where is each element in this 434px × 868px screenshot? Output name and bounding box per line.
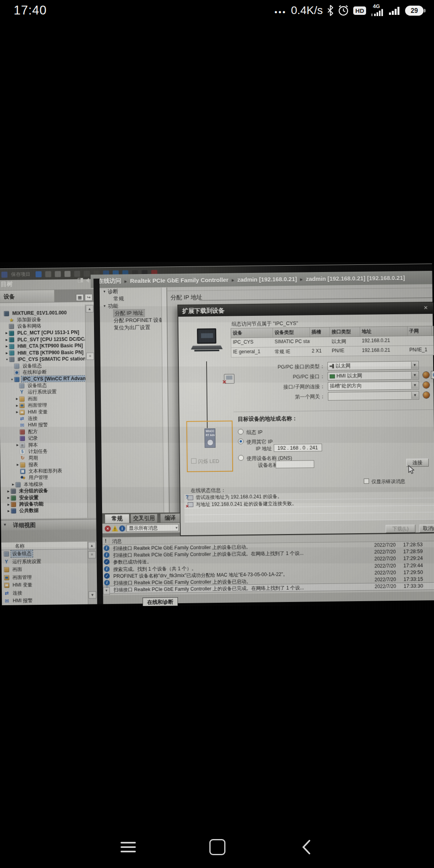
inspector-tab-general[interactable]: 常规	[104, 514, 129, 524]
expand-arrow-icon[interactable]: ▶	[6, 490, 11, 493]
detail-view-item[interactable]: 运行系统设置	[1, 557, 87, 566]
chevron-down-icon[interactable]: ▼	[411, 372, 418, 379]
close-icon[interactable]: ×	[421, 304, 430, 312]
detail-view-collapse-icon[interactable]: ▾	[4, 522, 6, 527]
expand-arrow-icon[interactable]: ▶	[6, 503, 11, 506]
shield-icon[interactable]	[423, 372, 429, 378]
diag-nav-item[interactable]: 分配 PROFINET 设备名称	[100, 317, 162, 325]
info-filter-icon[interactable]: i	[119, 525, 125, 531]
radio-configured-ip[interactable]	[238, 429, 244, 434]
delete-icon[interactable]	[74, 270, 80, 276]
radio-other-ip[interactable]	[238, 438, 244, 444]
ip-address-input[interactable]: 192 . 168 . 0 . 241	[274, 444, 322, 452]
errors-only-checkbox[interactable]	[364, 479, 369, 484]
recents-menu-icon[interactable]	[121, 839, 136, 855]
breadcrumb-item[interactable]: zadmin [192.168.0.21]	[237, 276, 297, 283]
detail-view-item[interactable]: 画面管理	[2, 573, 88, 581]
expand-arrow-icon[interactable]: ▼	[103, 288, 108, 295]
breadcrumb-item[interactable]: 在线访问	[98, 277, 121, 285]
scroll-down-icon[interactable]: ▼	[88, 591, 96, 598]
scroll-handle[interactable]: ≡	[86, 352, 94, 360]
collapse-left-icon[interactable]	[86, 278, 89, 283]
expand-arrow-icon[interactable]: ▶	[4, 332, 9, 335]
expand-arrow-icon[interactable]: ▶	[15, 397, 19, 401]
tree-item[interactable]: ▶公共数据	[1, 507, 87, 514]
inspector-tab-compile[interactable]: 编译	[160, 513, 180, 523]
diag-nav-item[interactable]: ▼诊断	[100, 288, 161, 296]
detail-view-item[interactable]: HMI 报警	[2, 596, 88, 605]
detail-view-item[interactable]: 连接	[2, 588, 88, 597]
expand-arrow-icon[interactable]: ▶	[16, 463, 20, 467]
save-icon[interactable]	[1, 271, 7, 277]
shield-icon[interactable]	[423, 382, 430, 388]
expand-arrow-icon[interactable]: ▶	[6, 496, 11, 500]
interface-properties-icon[interactable]	[431, 371, 434, 379]
subnet-connection-select[interactable]: 插槽"处的方向 ▼	[328, 381, 419, 391]
diag-nav-item[interactable]: 分配 IP 地址	[100, 309, 161, 317]
copy-icon[interactable]	[55, 271, 61, 277]
split-editor-icon[interactable]	[78, 278, 83, 283]
tree-item-label: 设备组态	[26, 382, 48, 389]
nic-icon	[330, 374, 335, 378]
dialog-title[interactable]: 扩展下载到设备	[178, 303, 433, 317]
paste-icon[interactable]	[64, 271, 70, 277]
detail-view-scrollbar[interactable]: ▲ ≡ ▼	[87, 541, 97, 604]
home-icon[interactable]	[209, 839, 225, 855]
breadcrumb-item[interactable]: zadmin [192.168.0.21] [192.168.0.21]	[306, 274, 405, 282]
error-filter-icon[interactable]: ×	[105, 526, 111, 532]
diag-nav-item[interactable]: 复位为出厂设置	[100, 324, 162, 332]
expand-arrow-icon[interactable]: ▶	[4, 345, 9, 348]
back-icon[interactable]	[301, 839, 311, 855]
message-filter-dropdown[interactable]: 显示所有消息	[127, 524, 179, 532]
window-split-icons[interactable]	[78, 278, 89, 283]
tree-column-view-icon[interactable]: ▦	[76, 294, 84, 301]
expand-arrow-icon[interactable]: ▶	[5, 351, 9, 354]
taskbar-online-diagnostics[interactable]: 在线和诊断	[143, 597, 178, 606]
expand-arrow-icon[interactable]: ▶	[15, 411, 19, 414]
chevron-down-icon[interactable]: ▼	[411, 382, 418, 389]
detail-view-title[interactable]: 详细视图	[1, 519, 96, 530]
plc-icon	[9, 331, 14, 336]
shield-icon[interactable]	[423, 392, 430, 398]
pgpc-type-select[interactable]: 以太网 ▼	[328, 361, 419, 371]
table-row[interactable]: IE general_1常规 IE2 X1PN/IE192.168.0.21PN…	[231, 346, 434, 358]
expand-arrow-icon[interactable]: ▶	[15, 444, 20, 447]
scroll-handle[interactable]: ≡	[88, 551, 96, 558]
expand-arrow-icon[interactable]: ▶	[15, 404, 19, 407]
detail-view-item[interactable]: 设备组态	[1, 549, 87, 558]
chevron-down-icon[interactable]: ▼	[411, 362, 418, 368]
device-name-input[interactable]	[276, 460, 314, 468]
tree-expand-all-icon[interactable]: ↪	[85, 294, 92, 301]
warning-filter-icon[interactable]: !	[112, 525, 118, 531]
gateway-select[interactable]: ▼	[328, 391, 419, 401]
common-data-icon	[11, 508, 16, 514]
scroll-up-icon[interactable]: ▲	[86, 305, 93, 312]
expand-arrow-icon[interactable]: ▶	[6, 510, 11, 513]
radio-device-name-dns[interactable]	[238, 455, 244, 461]
download-button[interactable]: 下载(L)	[386, 524, 416, 533]
expand-arrow-icon[interactable]: ▶	[4, 338, 9, 342]
scroll-up-icon[interactable]: ▲	[88, 542, 96, 549]
chevron-down-icon[interactable]: ▼	[411, 392, 418, 399]
tab-devices[interactable]: 设备	[0, 290, 55, 303]
detail-view-item[interactable]: 画面	[2, 565, 88, 574]
detail-view-item[interactable]: HMI 变量	[2, 581, 88, 590]
breadcrumb-item[interactable]: Realtek PCIe GbE Family Controller	[130, 276, 229, 284]
save-project-label[interactable]: 保存项目	[11, 271, 30, 278]
expand-arrow-icon[interactable]: ▼	[103, 303, 108, 310]
print-icon[interactable]	[35, 271, 41, 277]
diag-nav-item[interactable]: 常规	[100, 295, 161, 303]
alarm-icon	[338, 5, 349, 16]
cut-icon[interactable]	[45, 271, 51, 277]
expand-arrow-icon[interactable]: ▶	[11, 483, 15, 486]
pgpc-interface-select[interactable]: HMI 以太网 ▼	[328, 371, 419, 381]
cancel-button[interactable]: 取消(C)	[420, 524, 434, 533]
diag-nav-item[interactable]: ▼功能	[100, 302, 161, 310]
inspector-tab-cross-reference[interactable]: 交叉引用	[130, 514, 158, 524]
message-scroll-down-icon[interactable]: ▼	[103, 587, 110, 594]
flash-led-checkbox[interactable]	[191, 459, 197, 464]
expand-arrow-icon[interactable]: ▼	[10, 378, 14, 381]
expand-arrow-icon[interactable]: ▼	[5, 358, 9, 361]
undo-icon[interactable]	[84, 270, 90, 276]
runtime-settings-icon	[4, 559, 9, 565]
